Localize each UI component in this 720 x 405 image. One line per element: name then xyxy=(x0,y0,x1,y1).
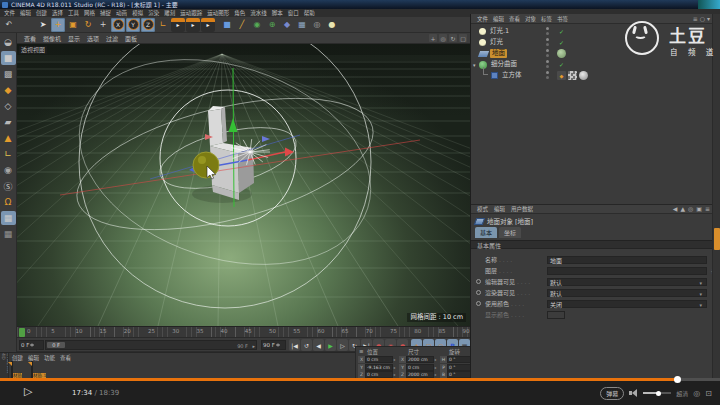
edges-mode-icon[interactable]: ◇ xyxy=(1,99,16,113)
editor-dot-icon[interactable] xyxy=(546,49,549,52)
phong-tag[interactable] xyxy=(579,71,588,80)
move-tool-icon[interactable]: + xyxy=(51,18,65,32)
visibility-dots[interactable] xyxy=(545,38,550,47)
back-icon[interactable]: ◀ xyxy=(673,205,678,212)
object-name[interactable]: 立方体 xyxy=(500,71,524,80)
object-manager-menu-item[interactable]: 文件 xyxy=(477,15,488,23)
render-dot-icon[interactable] xyxy=(546,54,549,57)
menubar-item[interactable]: 雕刻 xyxy=(164,9,175,17)
menubar-item[interactable]: 运动图形 xyxy=(207,9,229,17)
coord-value-field[interactable]: 0 cm xyxy=(365,356,393,363)
object-manager-menu-item[interactable]: 查看 xyxy=(509,15,520,23)
toggle-view-icon[interactable]: ▢ xyxy=(459,34,467,42)
material-menu-item[interactable]: 编辑 xyxy=(28,354,39,362)
play-button[interactable]: ▶ xyxy=(325,339,336,351)
attribute-menu-item[interactable]: 用户数据 xyxy=(511,205,533,213)
x-axis-icon[interactable]: X xyxy=(111,18,125,32)
dropdown-arrow-icon[interactable]: ▾ xyxy=(699,291,702,298)
menubar-item[interactable]: 脚本 xyxy=(272,9,283,17)
volume-slider[interactable] xyxy=(643,392,671,394)
add-subdivision-surface-icon[interactable]: ◉ xyxy=(250,18,264,32)
menubar-item[interactable]: 动画 xyxy=(116,9,127,17)
layer-tab[interactable] xyxy=(714,228,720,250)
selection-tag[interactable]: ◆ xyxy=(557,71,566,80)
panel-icon[interactable]: ▣ xyxy=(696,205,702,212)
slider-arrow-icon[interactable]: ▸ xyxy=(252,343,255,349)
add-cube-icon[interactable]: ■ xyxy=(220,18,234,32)
expander-icon[interactable]: ▾ xyxy=(473,62,476,68)
menubar-item[interactable]: 工具 xyxy=(68,9,79,17)
add-spline-icon[interactable]: ╱ xyxy=(235,18,249,32)
loop-button[interactable]: ↺ xyxy=(301,339,312,351)
field-value[interactable]: 默认▾ xyxy=(547,289,707,297)
editor-dot-icon[interactable] xyxy=(546,71,549,74)
coordinate-system-icon[interactable]: ∟ xyxy=(156,18,170,32)
material-menu-item[interactable]: 创建 xyxy=(12,354,23,362)
coordinate-l-icon[interactable]: ∟ xyxy=(1,147,16,161)
menubar-item[interactable]: 运动跟踪 xyxy=(180,9,202,17)
add-camera-icon[interactable]: ◎ xyxy=(310,18,324,32)
fullscreen-icon[interactable]: ⊡ xyxy=(705,389,712,398)
viewport-menu-item[interactable]: 摄像机 xyxy=(43,34,61,43)
menubar-item[interactable]: 渲染 xyxy=(148,9,159,17)
editor-dot-icon[interactable] xyxy=(546,27,549,30)
render-settings-icon[interactable]: ▸ xyxy=(201,18,215,32)
enabled-check-icon[interactable]: ✓ xyxy=(557,60,566,69)
object-name[interactable]: 细分曲面 xyxy=(489,60,519,69)
scale-tool-icon[interactable]: ▣ xyxy=(66,18,80,32)
attribute-section-header[interactable]: 基本属性 xyxy=(471,240,713,249)
spinner-icon[interactable]: ◂ xyxy=(434,364,438,371)
play-button[interactable]: ▷ xyxy=(24,385,32,398)
menubar-item[interactable]: 选择 xyxy=(52,9,63,17)
visibility-dots[interactable] xyxy=(545,27,550,36)
current-frame-marker[interactable] xyxy=(19,328,25,337)
viewport[interactable]: 查看摄像机显示选项过滤面板+◎↻▢ 透视视图 网格间距 : 10 cm xyxy=(17,33,470,326)
goto-start-button[interactable]: |◀ xyxy=(289,339,300,351)
slider-handle[interactable]: 0 F xyxy=(47,342,65,348)
attribute-menu-item[interactable]: 编辑 xyxy=(494,205,505,213)
object-manager-menu-item[interactable]: 编辑 xyxy=(493,15,504,23)
attribute-menu-item[interactable]: 模式 xyxy=(477,205,488,213)
field-value[interactable]: 关闭▾ xyxy=(547,300,707,308)
start-frame-field[interactable]: 0 F xyxy=(19,340,44,350)
menubar-item[interactable]: 捕捉 xyxy=(100,9,111,17)
timeline-ruler[interactable]: 051015202530354045505560657075808590 xyxy=(17,326,470,338)
coord-value-field[interactable]: 2000 cm xyxy=(406,356,434,363)
spinner-icon[interactable]: ◂ xyxy=(393,356,397,363)
add-array-icon[interactable]: ⊕ xyxy=(265,18,279,32)
editor-dot-icon[interactable] xyxy=(546,60,549,63)
keyframe-circle-icon[interactable] xyxy=(476,279,481,284)
field-value[interactable] xyxy=(547,267,707,275)
uvw-tag[interactable] xyxy=(568,71,577,80)
render-dot-icon[interactable] xyxy=(546,65,549,68)
material-green-tag[interactable] xyxy=(557,49,566,58)
coord-value-field[interactable]: 0 cm xyxy=(406,364,434,371)
field-value[interactable]: 地面 xyxy=(547,256,707,264)
object-name[interactable]: 地面 xyxy=(490,49,507,58)
texture-mode-icon[interactable]: ▩ xyxy=(1,67,16,81)
previous-frame-button[interactable]: ◀ xyxy=(313,339,324,351)
object-manager-menu-item[interactable]: 标签 xyxy=(541,15,552,23)
dolly-view-icon[interactable]: ◎ xyxy=(439,34,447,42)
coord-value-field[interactable]: -9.163 cm xyxy=(365,364,393,371)
editor-dot-icon[interactable] xyxy=(546,38,549,41)
settings-icon[interactable]: ◎ xyxy=(693,389,700,398)
volume-handle[interactable] xyxy=(656,391,661,396)
workplane-icon[interactable]: ▦ xyxy=(1,211,16,225)
polygons-mode-icon[interactable]: ▰ xyxy=(1,115,16,129)
pan-view-icon[interactable]: + xyxy=(429,34,437,42)
dropdown-arrow-icon[interactable]: ▾ xyxy=(699,280,702,287)
spinner-icon[interactable]: ◂ xyxy=(434,356,438,363)
menubar-item[interactable]: 角色 xyxy=(234,9,245,17)
rotate-tool-icon[interactable]: ↻ xyxy=(81,18,95,32)
keyframe-circle-icon[interactable] xyxy=(476,301,481,306)
material-menu-item[interactable]: 功能 xyxy=(44,354,55,362)
magnet-snap-icon[interactable]: Ω xyxy=(1,195,16,209)
points-mode-icon[interactable]: ◆ xyxy=(1,83,16,97)
visibility-dots[interactable] xyxy=(545,71,550,80)
live-selection-icon[interactable]: ➤ xyxy=(36,18,50,32)
spinner-icon[interactable]: ◂ xyxy=(393,364,397,371)
viewport-canvas[interactable]: 透视视图 网格间距 : 10 cm xyxy=(17,44,470,326)
object-name[interactable]: 灯光 xyxy=(488,38,505,47)
snap-s-icon[interactable]: Ⓢ xyxy=(1,179,16,193)
